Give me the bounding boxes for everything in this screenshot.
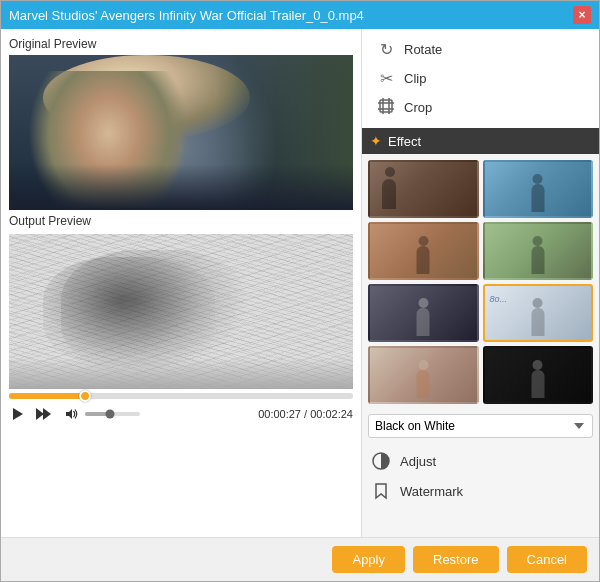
menu-item-clip[interactable]: ✂ Clip: [370, 64, 591, 93]
adjust-icon: [370, 450, 392, 472]
effect-thumb-4[interactable]: [483, 222, 594, 280]
time-display: 00:00:27 / 00:02:24: [258, 408, 353, 420]
effect-icon: ✦: [370, 133, 382, 149]
original-preview-image: [9, 55, 353, 210]
volume-area: [63, 406, 140, 422]
step-forward-button[interactable]: [33, 405, 53, 423]
original-preview-label: Original Preview: [9, 37, 353, 51]
effect-thumb-1[interactable]: [368, 160, 479, 218]
watermark-label: Watermark: [400, 484, 463, 499]
output-preview-image: [9, 234, 353, 389]
effect-dropdown[interactable]: Black on White Color Sketch Sepia Cool W…: [368, 414, 593, 438]
restore-button[interactable]: Restore: [413, 546, 499, 573]
output-preview: [9, 234, 353, 389]
original-preview: [9, 55, 353, 210]
menu-item-rotate[interactable]: ↻ Rotate: [370, 35, 591, 64]
cancel-button[interactable]: Cancel: [507, 546, 587, 573]
transport-row: 00:00:27 / 00:02:24: [9, 405, 353, 423]
rotate-label: Rotate: [404, 42, 442, 57]
effect-thumb-7[interactable]: [368, 346, 479, 404]
adjust-item[interactable]: Adjust: [370, 446, 591, 476]
clip-icon: ✂: [376, 69, 396, 88]
progress-thumb: [79, 390, 91, 402]
extra-options: Adjust Watermark: [362, 442, 599, 510]
bottom-bar: Apply Restore Cancel: [1, 537, 599, 581]
right-panel: ↻ Rotate ✂ Clip: [361, 29, 599, 537]
time-separator: /: [304, 408, 307, 420]
effect-label: Effect: [388, 134, 421, 149]
adjust-label: Adjust: [400, 454, 436, 469]
main-window: Marvel Studios' Avengers Infinity War Of…: [0, 0, 600, 582]
total-time: 00:02:24: [310, 408, 353, 420]
effect-thumb-8[interactable]: [483, 346, 594, 404]
volume-button[interactable]: [63, 406, 81, 422]
volume-thumb: [105, 410, 114, 419]
dropdown-row: Black on White Color Sketch Sepia Cool W…: [362, 410, 599, 442]
volume-slider[interactable]: [85, 412, 140, 416]
svg-marker-1: [36, 408, 44, 420]
effect-section-header: ✦ Effect: [362, 128, 599, 154]
rotate-icon: ↻: [376, 40, 396, 59]
close-button[interactable]: ×: [573, 6, 591, 24]
clip-label: Clip: [404, 71, 426, 86]
progress-fill: [9, 393, 85, 399]
play-button[interactable]: [9, 405, 27, 423]
effect-thumb-6[interactable]: 8o...: [483, 284, 594, 342]
watermark-icon: [370, 480, 392, 502]
right-menu: ↻ Rotate ✂ Clip: [362, 29, 599, 128]
left-panel: Original Preview Output Preview: [1, 29, 361, 537]
effect-grid: 8o...: [362, 154, 599, 410]
svg-rect-4: [380, 100, 392, 112]
window-title: Marvel Studios' Avengers Infinity War Of…: [9, 8, 364, 23]
main-content: Original Preview Output Preview: [1, 29, 599, 537]
effect-thumb-3[interactable]: [368, 222, 479, 280]
svg-marker-2: [43, 408, 51, 420]
menu-item-crop[interactable]: Crop: [370, 93, 591, 122]
current-time: 00:00:27: [258, 408, 301, 420]
crop-label: Crop: [404, 100, 432, 115]
title-bar: Marvel Studios' Avengers Infinity War Of…: [1, 1, 599, 29]
output-preview-label: Output Preview: [9, 214, 353, 228]
effect-thumb-2[interactable]: [483, 160, 594, 218]
controls-area: 00:00:27 / 00:02:24: [9, 389, 353, 425]
crop-icon: [376, 98, 396, 117]
svg-marker-0: [13, 408, 23, 420]
effect-thumb-5[interactable]: [368, 284, 479, 342]
apply-button[interactable]: Apply: [332, 546, 405, 573]
progress-bar[interactable]: [9, 393, 353, 399]
watermark-item[interactable]: Watermark: [370, 476, 591, 506]
svg-marker-3: [66, 409, 72, 419]
